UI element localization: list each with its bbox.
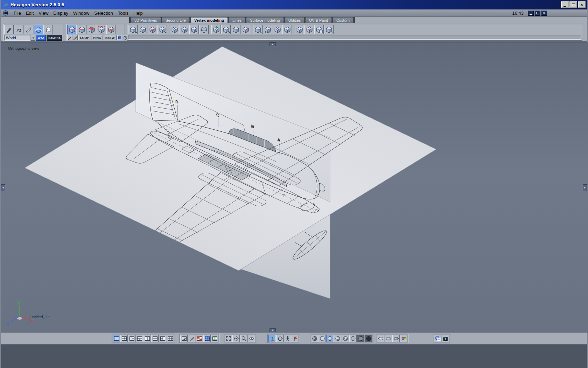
xyz-axis-button[interactable]: XYZ [36, 35, 46, 41]
quad-view[interactable] [120, 335, 128, 342]
bridge-faces[interactable] [263, 25, 272, 34]
pen-tool[interactable] [4, 25, 14, 34]
wireframe-select-toggle[interactable] [117, 35, 122, 40]
average-points[interactable]: ◦ [138, 25, 147, 34]
flat[interactable] [318, 335, 326, 342]
dissolve-points[interactable]: × [158, 25, 167, 34]
menu-edit[interactable]: Edit [23, 10, 36, 16]
faces-mode[interactable] [87, 25, 96, 34]
inset-face[interactable] [231, 25, 240, 34]
tab-custom[interactable]: Custom [332, 17, 354, 23]
menu-help[interactable]: Help [131, 10, 145, 16]
smooth-mesh[interactable] [199, 25, 209, 34]
bevel-edge[interactable] [241, 25, 250, 34]
soft-selection-mode[interactable] [106, 25, 116, 34]
camera-space-button[interactable]: CAMERA [47, 35, 62, 41]
menu-display[interactable]: Display [51, 10, 71, 16]
tessellate-faces[interactable] [170, 25, 179, 34]
uv-pencil-display[interactable] [180, 335, 188, 342]
select-pen-toggle[interactable] [67, 35, 72, 40]
tab-vertex-modeling[interactable]: Vertex modeling [190, 17, 228, 23]
object-mode[interactable] [97, 25, 106, 34]
light-preset-3[interactable] [392, 335, 400, 342]
rotate-gizmo[interactable] [276, 335, 284, 342]
chevron-down-icon[interactable]: ▼ [31, 35, 36, 41]
grid-display-green[interactable] [211, 335, 218, 342]
light-preset-2[interactable] [385, 335, 392, 342]
tab-surface-modeling[interactable]: Surface modeling [246, 17, 284, 23]
three-bottom[interactable] [136, 335, 143, 342]
three-left[interactable] [128, 335, 135, 342]
panel-collapse-right[interactable]: ► [583, 184, 587, 191]
color-preview[interactable] [400, 335, 407, 342]
silhouette[interactable] [365, 335, 372, 342]
textured[interactable] [342, 335, 349, 342]
extrude-face[interactable] [211, 25, 221, 34]
texture-checker-red[interactable] [196, 335, 203, 342]
points-mode[interactable] [67, 25, 77, 34]
light-preset-1[interactable] [377, 335, 384, 342]
tab-uv-paint[interactable]: UV & Paint [305, 17, 332, 23]
wireframe[interactable] [311, 335, 318, 342]
two-vertical[interactable] [144, 335, 151, 342]
tab-3d-primitives[interactable]: 3D Primitives [131, 17, 161, 23]
chamfer-vertex[interactable]: − [253, 25, 262, 34]
texture-checker-blue[interactable] [203, 335, 211, 342]
toolbar-grip[interactable] [108, 335, 110, 342]
extrude-edge[interactable]: ↗ [221, 25, 231, 34]
tunnel[interactable] [282, 25, 292, 34]
app-menu-icon[interactable] [3, 10, 8, 16]
working-space-select[interactable]: World [4, 35, 30, 41]
menu-window[interactable]: Window [71, 10, 92, 16]
menu-selection[interactable]: Selection [92, 10, 115, 16]
panel-collapse-bottom[interactable]: ▼ [270, 328, 276, 332]
fit-view[interactable] [225, 335, 232, 342]
transform-gizmo[interactable] [268, 335, 276, 342]
tab-second-life[interactable]: Second Life [162, 17, 190, 23]
three-right[interactable] [159, 335, 166, 342]
panel-collapse-left[interactable]: ◄ [1, 184, 5, 191]
panel-collapse-top[interactable]: ▲ [270, 42, 276, 46]
smooth[interactable] [326, 335, 334, 342]
decimate-mesh[interactable]: ◦ [324, 25, 334, 34]
sphere-select-tool[interactable] [34, 25, 43, 34]
select-brush-toggle[interactable] [73, 35, 78, 40]
knife-tool[interactable] [24, 25, 33, 34]
two-horizontal[interactable] [151, 335, 159, 342]
symmetry-mirror[interactable] [304, 25, 314, 34]
maximize-button[interactable] [569, 1, 577, 8]
curve-hook-tool[interactable] [14, 25, 23, 34]
thickness[interactable] [295, 25, 304, 34]
tab-lines[interactable]: Lines [229, 17, 245, 23]
viewport-3d[interactable]: D C B A Y X Z Orthographic view untitled… [1, 42, 587, 332]
single-view[interactable] [113, 335, 120, 342]
loop-select-button[interactable]: LOOP [78, 35, 91, 40]
zoom-tool[interactable] [240, 335, 247, 342]
walkthrough-mode[interactable] [284, 335, 291, 342]
edges-mode[interactable] [77, 25, 86, 34]
clay[interactable] [357, 335, 364, 342]
center-selection[interactable] [232, 335, 240, 342]
menu-file[interactable]: File [11, 10, 23, 16]
tab-utilities[interactable]: Utilities [285, 17, 304, 23]
visibility-eye[interactable] [248, 335, 255, 342]
connect-points[interactable] [148, 25, 157, 34]
quadrangulate[interactable] [189, 25, 199, 34]
transparent[interactable] [349, 335, 357, 342]
render-camera[interactable] [442, 335, 449, 342]
triangulate[interactable] [180, 25, 189, 34]
menu-tools[interactable]: Tools [115, 10, 131, 16]
ring-select-button[interactable]: RING [92, 35, 103, 40]
pivot-flag[interactable] [292, 335, 299, 342]
menu-view[interactable]: View [36, 10, 51, 16]
close-hole[interactable] [273, 25, 282, 34]
weld-points[interactable]: + [128, 25, 138, 34]
workspace-maximize-button[interactable] [534, 11, 540, 16]
render-preview[interactable] [434, 335, 441, 342]
smooth-wire[interactable] [334, 335, 341, 342]
workspace-close-button[interactable]: × [541, 11, 547, 16]
copy-geometry[interactable] [314, 25, 324, 34]
close-button[interactable]: × [578, 1, 586, 8]
workspace-minimize-button[interactable] [528, 11, 534, 16]
grid-six[interactable] [167, 335, 174, 342]
